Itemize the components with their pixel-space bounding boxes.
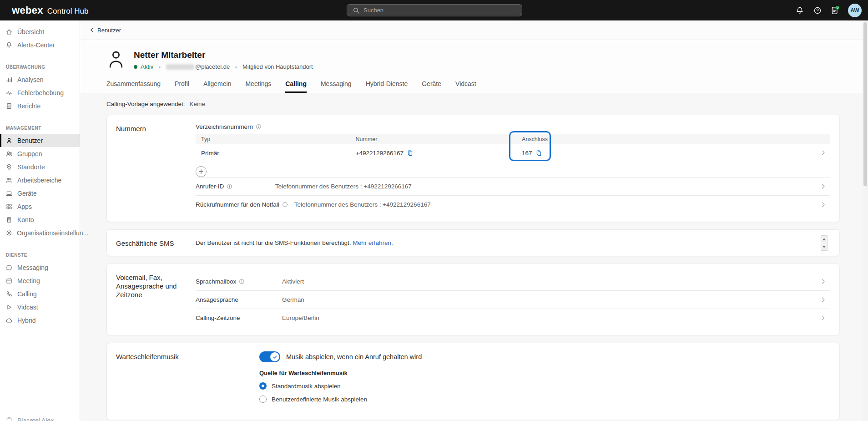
sidebar-item-meeting[interactable]: Meeting <box>0 274 80 287</box>
user-icon <box>5 137 13 144</box>
sidebar-item-label: Vidcast <box>17 304 38 311</box>
sidebar-item-fehlerbehebung[interactable]: Fehlerbehebung <box>0 86 80 99</box>
sidebar-item-messaging[interactable]: Messaging <box>0 261 80 274</box>
info-icon[interactable] <box>282 202 288 208</box>
separator-dot: • <box>235 64 237 70</box>
sidebar-item-analysen[interactable]: Analysen <box>0 73 80 86</box>
location-pin-icon <box>5 163 13 171</box>
sidebar-item-label: Berichte <box>17 102 40 110</box>
sidebar-item-calling[interactable]: Calling <box>0 287 80 300</box>
sidebar-item-label: Standorte <box>17 163 45 171</box>
sidebar-item-placetel-alex[interactable]: Placetel Alex <box>5 416 54 421</box>
tab-zusammenfassung[interactable]: Zusammenfassung <box>106 80 161 93</box>
tab-allgemein[interactable]: Allgemein <box>203 80 231 93</box>
radio-unselected-icon[interactable] <box>259 396 267 403</box>
sms-status-text: Der Benutzer ist nicht für die SMS-Funkt… <box>196 239 351 246</box>
tab-profil[interactable]: Profil <box>175 80 189 93</box>
back-chevron-icon[interactable] <box>89 27 95 33</box>
sidebar-item-label: Alerts-Center <box>17 41 55 49</box>
tab-calling[interactable]: Calling <box>285 80 307 93</box>
control-hub-label: Control Hub <box>47 7 89 16</box>
numbers-table: Typ Nummer Anschluss Primär +49221292661… <box>196 134 830 162</box>
learn-more-link[interactable]: Mehr erfahren. <box>353 239 393 246</box>
webex-logo-text: webex <box>12 5 43 16</box>
directory-numbers-text: Verzeichnisnummern <box>196 123 253 130</box>
global-search[interactable] <box>347 4 522 16</box>
analytics-icon <box>5 76 13 83</box>
info-icon[interactable] <box>239 279 245 284</box>
page-scrollbar[interactable] <box>863 20 868 421</box>
custom-music-option[interactable]: Benutzerdefinierte Musik abspielen <box>259 396 830 403</box>
scroll-up-icon[interactable] <box>821 236 827 243</box>
sidebar-item-alerts-center[interactable]: Alerts-Center <box>0 38 80 51</box>
caller-id-row[interactable]: Anrufer-ID Telefonnummer des Benutzers :… <box>196 177 830 195</box>
voicemail-row[interactable]: Sprachmailbox Aktiviert <box>196 272 830 290</box>
info-icon[interactable] <box>227 183 232 189</box>
bell-icon <box>5 41 13 49</box>
home-icon <box>5 28 13 36</box>
cloud-icon <box>5 316 13 324</box>
sidebar-item-gruppen[interactable]: Gruppen <box>0 147 80 160</box>
sidebar-item-label: Gruppen <box>17 150 42 157</box>
sidebar-item-label: Analysen <box>17 76 44 83</box>
sidebar-item-benutzer[interactable]: Benutzer <box>0 134 80 147</box>
column-typ: Typ <box>196 136 356 142</box>
tab-bar: Zusammenfassung Profil Allgemein Meeting… <box>106 80 858 93</box>
emergency-callback-row[interactable]: Rückrufnummer für den Notfall Telefonnum… <box>196 195 830 213</box>
user-header: Netter Mitarbeiter Aktiv • @placetel.de … <box>80 40 868 93</box>
sidebar-item-label: Fehlerbehebung <box>17 89 64 96</box>
add-number-button[interactable] <box>196 166 207 177</box>
sidebar-item-konto[interactable]: Konto <box>0 213 80 226</box>
emergency-callback-value: Telefonnummer des Benutzers : +492212926… <box>294 201 431 208</box>
number-row-primary[interactable]: Primär +4922129266167 167 <box>196 144 830 162</box>
search-input[interactable] <box>363 7 500 14</box>
announcement-language-row[interactable]: Ansagesprache German <box>196 290 830 309</box>
default-music-option[interactable]: Standardmusik abspielen <box>259 382 830 390</box>
tab-vidcast[interactable]: Vidcast <box>455 80 476 93</box>
number-type-cell: Primär <box>196 150 356 157</box>
org-icon <box>5 416 13 421</box>
calling-timezone-row[interactable]: Calling-Zeitzone Europe/Berlin <box>196 309 830 327</box>
notifications-bell-icon[interactable] <box>795 5 805 15</box>
chevron-right-icon <box>820 201 827 208</box>
sidebar-item-organisationseinstellungen[interactable]: Organisationseinstellun... <box>0 226 80 239</box>
devices-icon <box>5 189 13 197</box>
music-toggle[interactable] <box>259 351 280 362</box>
voicemail-card: Voicemail, Fax, Ansagesprache und Zeitzo… <box>106 264 840 335</box>
sidebar-item-label: Konto <box>17 216 34 223</box>
tab-hybrid-dienste[interactable]: Hybrid-Dienste <box>366 80 408 93</box>
voicemail-value: Aktiviert <box>282 278 304 285</box>
sidebar-item-geraete[interactable]: Geräte <box>0 187 80 200</box>
help-icon[interactable] <box>812 5 823 15</box>
sidebar-divider <box>0 118 80 118</box>
scrollbar-thumb[interactable] <box>863 22 867 186</box>
chevron-right-icon <box>820 183 827 190</box>
sidebar-item-hybrid[interactable]: Hybrid <box>0 314 80 327</box>
tab-geraete[interactable]: Geräte <box>422 80 441 93</box>
sidebar-item-apps[interactable]: Apps <box>0 200 80 213</box>
default-music-label: Standardmusik abspielen <box>272 383 341 390</box>
sidebar-item-label: Meeting <box>17 277 40 284</box>
breadcrumb-benutzer[interactable]: Benutzer <box>97 27 121 34</box>
sidebar-item-label: Placetel Alex <box>17 417 54 421</box>
sidebar-item-uebersicht[interactable]: Übersicht <box>0 25 80 38</box>
sidebar-section-dienste: DIENSTE <box>6 253 80 258</box>
tab-meetings[interactable]: Meetings <box>245 80 271 93</box>
sidebar-item-vidcast[interactable]: Vidcast <box>0 300 80 314</box>
copy-extension-icon[interactable] <box>535 150 542 157</box>
mini-scrollbar[interactable] <box>821 235 828 251</box>
info-icon[interactable] <box>256 124 262 130</box>
tasks-list-icon[interactable] <box>830 5 840 15</box>
sidebar-item-arbeitsbereiche[interactable]: Arbeitsbereiche <box>0 173 80 187</box>
sidebar-item-berichte[interactable]: Berichte <box>0 99 80 112</box>
scroll-down-icon[interactable] <box>821 243 827 250</box>
calling-timezone-label: Calling-Zeitzone <box>196 314 240 321</box>
radio-selected-icon[interactable] <box>259 382 267 390</box>
tab-messaging[interactable]: Messaging <box>321 80 352 93</box>
caller-id-label: Anrufer-ID <box>196 183 224 190</box>
sidebar-item-standorte[interactable]: Standorte <box>0 160 80 173</box>
sidebar-item-label: Arbeitsbereiche <box>17 177 61 184</box>
user-avatar[interactable]: AW <box>848 4 862 17</box>
copy-number-icon[interactable] <box>407 150 414 157</box>
calendar-icon <box>5 277 13 284</box>
